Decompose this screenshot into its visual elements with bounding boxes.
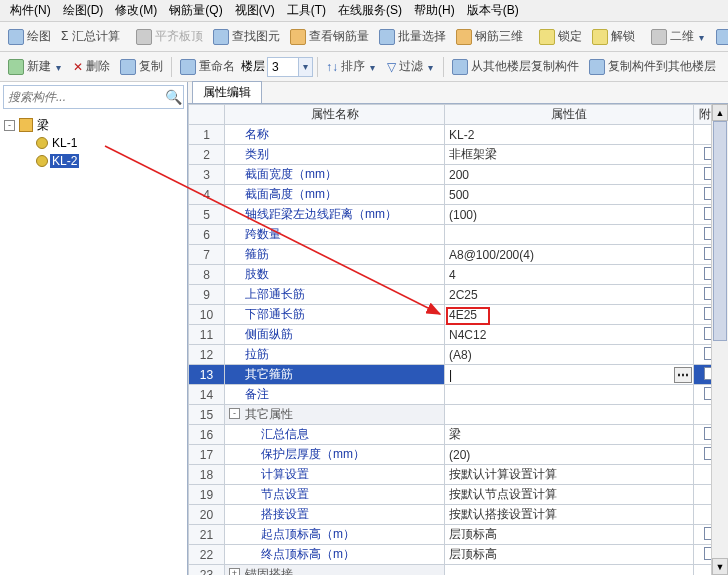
menu-item[interactable]: 视图(V) bbox=[229, 0, 281, 21]
table-row[interactable]: 21起点顶标高（m）层顶标高 bbox=[189, 525, 728, 545]
property-value[interactable]: 层顶标高 bbox=[445, 545, 694, 565]
view2d-button[interactable]: 二维 bbox=[647, 26, 710, 47]
table-row[interactable]: 23+锚固搭接 bbox=[189, 565, 728, 576]
search-input[interactable] bbox=[4, 86, 163, 108]
table-row[interactable]: 14备注 bbox=[189, 385, 728, 405]
table-row[interactable]: 17保护层厚度（mm）(20) bbox=[189, 445, 728, 465]
property-value[interactable] bbox=[445, 225, 694, 245]
find-button[interactable]: 查找图元 bbox=[209, 26, 284, 47]
table-row[interactable]: 13其它箍筋|⋯ bbox=[189, 365, 728, 385]
property-value[interactable]: 按默认搭接设置计算 bbox=[445, 505, 694, 525]
copy-button[interactable]: 复制 bbox=[116, 56, 167, 77]
filter-button[interactable]: ▽过滤 bbox=[383, 56, 439, 77]
row-number: 18 bbox=[189, 465, 225, 485]
property-value[interactable]: (100) bbox=[445, 205, 694, 225]
property-value[interactable] bbox=[445, 385, 694, 405]
table-row[interactable]: 22终点顶标高（m）层顶标高 bbox=[189, 545, 728, 565]
table-row[interactable]: 12拉筋(A8) bbox=[189, 345, 728, 365]
ellipsis-button[interactable]: ⋯ bbox=[674, 367, 692, 383]
tab-property-edit[interactable]: 属性编辑 bbox=[192, 81, 262, 103]
row-number: 20 bbox=[189, 505, 225, 525]
flat-button[interactable]: 平齐板顶 bbox=[132, 26, 207, 47]
property-value[interactable]: 层顶标高 bbox=[445, 525, 694, 545]
tree-item[interactable]: KL-2 bbox=[2, 152, 185, 170]
menu-item[interactable]: 修改(M) bbox=[109, 0, 163, 21]
row-number: 2 bbox=[189, 145, 225, 165]
minus-icon[interactable]: - bbox=[4, 120, 15, 131]
table-row[interactable]: 3截面宽度（mm）200 bbox=[189, 165, 728, 185]
property-grid[interactable]: 属性名称 属性值 附加 1名称KL-22类别非框架梁3截面宽度（mm）2004截… bbox=[188, 104, 728, 575]
vertical-scrollbar[interactable]: ▲ ▼ bbox=[711, 104, 728, 575]
property-value[interactable]: 2C25 bbox=[445, 285, 694, 305]
property-value[interactable]: 按默认节点设置计算 bbox=[445, 485, 694, 505]
row-number: 4 bbox=[189, 185, 225, 205]
property-value[interactable]: 4 bbox=[445, 265, 694, 285]
menu-item[interactable]: 版本号(B) bbox=[461, 0, 525, 21]
property-value[interactable]: A8@100/200(4) bbox=[445, 245, 694, 265]
table-row[interactable]: 8肢数4 bbox=[189, 265, 728, 285]
sort-button[interactable]: ↑↓排序 bbox=[322, 56, 381, 77]
property-value[interactable]: N4C12 bbox=[445, 325, 694, 345]
menu-item[interactable]: 绘图(D) bbox=[57, 0, 110, 21]
table-row[interactable]: 2类别非框架梁 bbox=[189, 145, 728, 165]
table-row[interactable]: 19节点设置按默认节点设置计算 bbox=[189, 485, 728, 505]
menu-item[interactable]: 钢筋量(Q) bbox=[163, 0, 228, 21]
delete-button[interactable]: ✕删除 bbox=[69, 56, 114, 77]
property-value[interactable]: (A8) bbox=[445, 345, 694, 365]
table-row[interactable]: 10下部通长筋4E25 bbox=[189, 305, 728, 325]
table-row[interactable]: 1名称KL-2 bbox=[189, 125, 728, 145]
draw-button[interactable]: 绘图 bbox=[4, 26, 55, 47]
new-button[interactable]: 新建 bbox=[4, 56, 67, 77]
property-value[interactable]: 500 bbox=[445, 185, 694, 205]
scroll-up-icon[interactable]: ▲ bbox=[712, 104, 728, 121]
menu-item[interactable]: 在线服务(S) bbox=[332, 0, 408, 21]
rebar3d-button[interactable]: 钢筋三维 bbox=[452, 26, 527, 47]
row-number: 12 bbox=[189, 345, 225, 365]
table-row[interactable]: 18计算设置按默认计算设置计算 bbox=[189, 465, 728, 485]
table-row[interactable]: 6跨数量 bbox=[189, 225, 728, 245]
gear-icon bbox=[36, 155, 48, 167]
row-number: 19 bbox=[189, 485, 225, 505]
lock-button[interactable]: 锁定 bbox=[535, 26, 586, 47]
table-row[interactable]: 4截面高度（mm）500 bbox=[189, 185, 728, 205]
table-row[interactable]: 9上部通长筋2C25 bbox=[189, 285, 728, 305]
table-row[interactable]: 16汇总信息梁 bbox=[189, 425, 728, 445]
minus-icon[interactable]: - bbox=[229, 408, 240, 419]
scroll-down-icon[interactable]: ▼ bbox=[712, 558, 728, 575]
table-row[interactable]: 15-其它属性 bbox=[189, 405, 728, 425]
property-value[interactable]: |⋯ bbox=[445, 365, 694, 385]
rebar-button[interactable]: 查看钢筋量 bbox=[286, 26, 373, 47]
menu-item[interactable]: 构件(N) bbox=[4, 0, 57, 21]
property-value[interactable] bbox=[445, 565, 694, 576]
unlock-button[interactable]: 解锁 bbox=[588, 26, 639, 47]
batch-button[interactable]: 批量选择 bbox=[375, 26, 450, 47]
tree-root[interactable]: - 梁 bbox=[2, 116, 185, 134]
table-row[interactable]: 11侧面纵筋N4C12 bbox=[189, 325, 728, 345]
property-value[interactable]: 4E25 bbox=[445, 305, 694, 325]
topview-button[interactable]: 俯 bbox=[712, 26, 728, 47]
search-icon[interactable]: 🔍 bbox=[163, 86, 183, 108]
table-row[interactable]: 7箍筋A8@100/200(4) bbox=[189, 245, 728, 265]
row-number: 5 bbox=[189, 205, 225, 225]
property-value[interactable]: KL-2 bbox=[445, 125, 694, 145]
menu-item[interactable]: 工具(T) bbox=[281, 0, 332, 21]
scroll-thumb[interactable] bbox=[713, 121, 727, 341]
copy-to-button[interactable]: 复制构件到其他楼层 bbox=[585, 56, 720, 77]
property-value[interactable]: 梁 bbox=[445, 425, 694, 445]
property-value[interactable]: (20) bbox=[445, 445, 694, 465]
sigma-button[interactable]: Σ 汇总计算 bbox=[57, 26, 124, 47]
plus-icon[interactable]: + bbox=[229, 568, 240, 575]
property-table: 属性名称 属性值 附加 1名称KL-22类别非框架梁3截面宽度（mm）2004截… bbox=[188, 104, 728, 575]
property-value[interactable]: 非框架梁 bbox=[445, 145, 694, 165]
property-value[interactable]: 按默认计算设置计算 bbox=[445, 465, 694, 485]
menu-item[interactable]: 帮助(H) bbox=[408, 0, 461, 21]
property-value[interactable] bbox=[445, 405, 694, 425]
property-value[interactable]: 200 bbox=[445, 165, 694, 185]
rename-button[interactable]: 重命名 bbox=[176, 56, 239, 77]
table-row[interactable]: 5轴线距梁左边线距离（mm）(100) bbox=[189, 205, 728, 225]
floor-combo[interactable]: 3 bbox=[267, 57, 313, 77]
tree-item[interactable]: KL-1 bbox=[2, 134, 185, 152]
component-tree[interactable]: - 梁 KL-1 KL-2 bbox=[0, 112, 187, 575]
copy-from-button[interactable]: 从其他楼层复制构件 bbox=[448, 56, 583, 77]
table-row[interactable]: 20搭接设置按默认搭接设置计算 bbox=[189, 505, 728, 525]
